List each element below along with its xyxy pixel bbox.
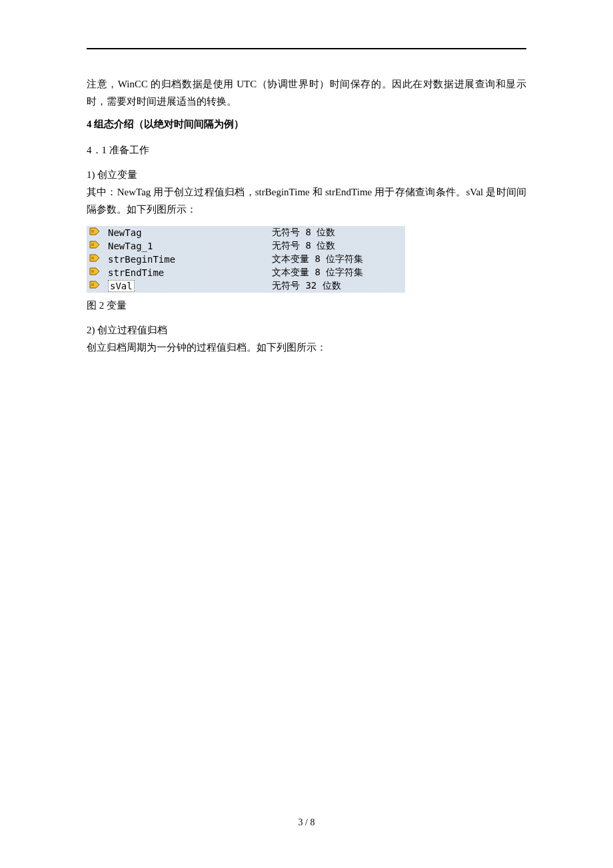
tag-icon xyxy=(89,281,100,289)
svg-rect-3 xyxy=(91,270,94,273)
var-name: NewTag xyxy=(105,226,269,239)
item-2-title: 2) 创立过程值归档 xyxy=(87,324,526,337)
var-type: 无符号 32 位数 xyxy=(269,279,405,293)
top-rule xyxy=(87,48,526,49)
var-type: 文本变量 8 位字符集 xyxy=(269,253,405,266)
item-1-title: 1) 创立变量 xyxy=(87,169,526,181)
intro-paragraph: 注意，WinCC 的归档数据是使用 UTC（协调世界时）时间保存的。因此在对数据… xyxy=(87,76,526,110)
var-type: 文本变量 8 位字符集 xyxy=(269,266,405,279)
table-row: sVal 无符号 32 位数 xyxy=(87,279,405,293)
svg-rect-0 xyxy=(91,230,94,233)
tag-icon xyxy=(89,241,100,249)
table-row: strEndTime 文本变量 8 位字符集 xyxy=(87,266,405,279)
var-name: strEndTime xyxy=(105,266,269,279)
tag-icon xyxy=(89,227,100,236)
subsection-4-1: 4．1 准备工作 xyxy=(87,144,526,157)
svg-rect-2 xyxy=(91,257,94,259)
figure-2-variables: NewTag 无符号 8 位数 NewTag_1 无符号 8 位数 strBeg… xyxy=(87,226,526,293)
table-row: strBeginTime 文本变量 8 位字符集 xyxy=(87,253,405,266)
var-name: NewTag_1 xyxy=(105,239,269,253)
item-1-body: 其中：NewTag 用于创立过程值归档，strBeginTime 和 strEn… xyxy=(87,184,526,218)
tag-icon xyxy=(89,254,100,263)
page-number: 3 / 8 xyxy=(0,817,613,828)
section-4-heading: 4 组态介绍（以绝对时间间隔为例） xyxy=(87,118,526,131)
var-name: strBeginTime xyxy=(105,253,269,266)
var-type: 无符号 8 位数 xyxy=(269,226,405,239)
table-row: NewTag_1 无符号 8 位数 xyxy=(87,239,405,253)
var-name-selected: sVal xyxy=(108,280,135,292)
variables-table: NewTag 无符号 8 位数 NewTag_1 无符号 8 位数 strBeg… xyxy=(87,226,405,293)
tag-icon xyxy=(89,267,100,276)
svg-rect-4 xyxy=(91,283,94,286)
item-2-body: 创立归档周期为一分钟的过程值归档。如下列图所示： xyxy=(87,339,526,357)
var-type: 无符号 8 位数 xyxy=(269,239,405,253)
svg-rect-1 xyxy=(91,243,94,246)
table-row: NewTag 无符号 8 位数 xyxy=(87,226,405,239)
figure-2-caption: 图 2 变量 xyxy=(87,299,526,312)
